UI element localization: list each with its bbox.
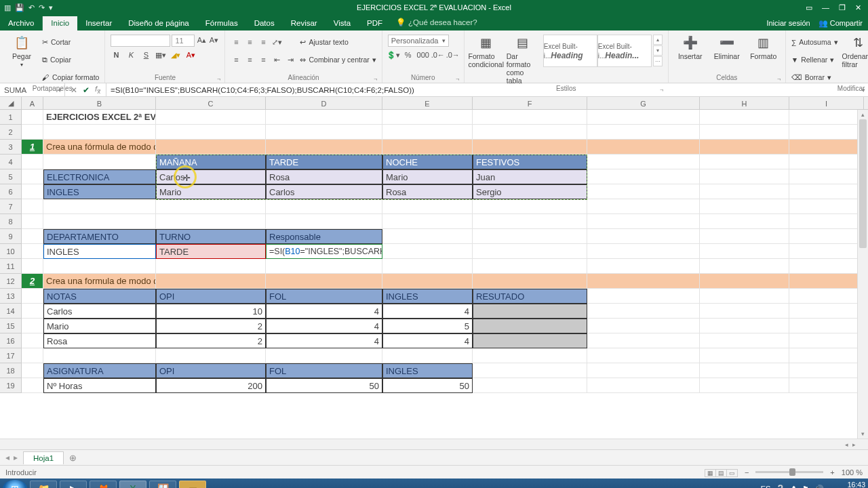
cell[interactable]: 4 <box>382 333 473 348</box>
tray-flag-icon[interactable]: ⚑ <box>802 485 809 489</box>
merge-center-button[interactable]: ⇔Combinar y centrar ▾ <box>300 52 376 67</box>
cell[interactable] <box>156 259 266 274</box>
col-header[interactable]: H <box>700 97 789 110</box>
start-button[interactable]: ⊞ <box>3 480 27 488</box>
qat-dropdown-icon[interactable]: ▾ <box>49 3 53 12</box>
spreadsheet-grid[interactable]: ◢ A B C D E F G H I 1EJERCICIOS EXCEL 2ª… <box>0 97 868 439</box>
cell[interactable] <box>700 244 789 259</box>
cell[interactable] <box>473 333 587 348</box>
close-icon[interactable]: ✕ <box>855 3 861 12</box>
cell[interactable] <box>43 348 156 363</box>
cell[interactable]: INGLES <box>382 363 473 378</box>
cell[interactable] <box>156 199 266 214</box>
taskbar-app1[interactable]: 🪟 <box>149 481 176 488</box>
row-header[interactable]: 17 <box>0 348 22 363</box>
cell[interactable] <box>700 259 789 274</box>
cell[interactable] <box>789 289 864 304</box>
tell-me[interactable]: 💡¿Qué desea hacer? <box>391 15 483 30</box>
cell[interactable] <box>700 304 789 319</box>
cell[interactable] <box>382 348 473 363</box>
vertical-scrollbar[interactable]: ▴ ▾ <box>857 110 868 439</box>
cell[interactable] <box>587 169 700 184</box>
grow-font-icon[interactable]: A▴ <box>196 35 207 45</box>
row-header[interactable]: 3 <box>0 140 22 155</box>
cell[interactable]: OPI <box>156 289 266 304</box>
cell[interactable] <box>473 214 587 229</box>
indent-inc-icon[interactable]: ⇥ <box>285 54 296 65</box>
cell[interactable]: MAÑANA <box>156 155 266 169</box>
cell[interactable] <box>789 214 864 229</box>
cell[interactable] <box>587 155 700 169</box>
align-left-icon[interactable]: ≡ <box>231 54 241 65</box>
expand-fx-icon[interactable]: ▾ <box>862 87 865 94</box>
shrink-font-icon[interactable]: A▾ <box>208 35 219 45</box>
row-header[interactable]: 4 <box>0 155 22 169</box>
scroll-left-icon[interactable]: ◂ <box>845 441 848 448</box>
col-header[interactable]: D <box>266 97 382 110</box>
select-all-corner[interactable]: ◢ <box>0 97 22 110</box>
cell[interactable] <box>700 229 789 244</box>
save-icon[interactable]: 💾 <box>15 3 24 12</box>
format-painter-button[interactable]: 🖌Copiar formato <box>42 70 99 85</box>
tab-review[interactable]: Revisar <box>283 16 326 30</box>
copy-button[interactable]: ⧉Copiar <box>42 52 99 67</box>
col-header[interactable]: G <box>587 97 700 110</box>
cell[interactable] <box>700 319 789 333</box>
cell[interactable] <box>789 378 864 393</box>
percent-icon[interactable]: % <box>403 49 414 60</box>
tray-lang[interactable]: ES <box>761 485 771 488</box>
cell[interactable] <box>22 155 43 169</box>
sheet-tab[interactable]: Hoja1 <box>23 451 64 464</box>
cell[interactable] <box>22 259 43 274</box>
underline-button[interactable]: S <box>140 49 151 60</box>
cut-button[interactable]: ✂Cortar <box>42 35 99 49</box>
insert-cells-button[interactable]: ➕Insertar <box>674 35 707 60</box>
inc-decimal-icon[interactable]: .0← <box>433 49 443 60</box>
bold-button[interactable]: N <box>111 49 121 60</box>
cell[interactable] <box>43 259 156 274</box>
cell[interactable]: FESTIVOS <box>473 155 587 169</box>
cell[interactable] <box>156 214 266 229</box>
cell[interactable] <box>156 274 266 289</box>
cell[interactable] <box>382 125 473 140</box>
cell[interactable]: 2 <box>22 274 43 289</box>
cell[interactable] <box>789 333 864 348</box>
taskbar-explorer[interactable]: 📁 <box>30 481 57 488</box>
cell[interactable] <box>156 348 266 363</box>
tab-pdf[interactable]: PDF <box>359 16 391 30</box>
cell[interactable]: Responsable <box>266 229 382 244</box>
number-format-select[interactable]: Personalizada▾ <box>388 35 449 47</box>
cell[interactable] <box>700 155 789 169</box>
add-sheet-button[interactable]: ⊕ <box>64 453 82 463</box>
row-header[interactable]: 9 <box>0 229 22 244</box>
align-mid-icon[interactable]: ≡ <box>244 37 255 47</box>
cell[interactable] <box>266 125 382 140</box>
cell[interactable] <box>700 214 789 229</box>
cell[interactable] <box>789 229 864 244</box>
cell[interactable]: RESUTADO <box>473 289 587 304</box>
cell[interactable] <box>22 304 43 319</box>
cell[interactable]: 50 <box>382 378 473 393</box>
cell[interactable] <box>789 363 864 378</box>
cell[interactable] <box>700 363 789 378</box>
cell[interactable]: FOL <box>266 289 382 304</box>
row-header[interactable]: 13 <box>0 289 22 304</box>
cell[interactable] <box>789 199 864 214</box>
sheet-prev-icon[interactable]: ◂ <box>5 453 9 462</box>
cell[interactable] <box>789 244 864 259</box>
cell[interactable] <box>22 348 43 363</box>
cell[interactable] <box>266 140 382 155</box>
cell[interactable] <box>382 244 473 259</box>
cell[interactable]: 4 <box>382 304 473 319</box>
cell[interactable]: Rosa <box>382 184 473 199</box>
sheet-next-icon[interactable]: ▸ <box>14 453 18 462</box>
scroll-up-icon[interactable]: ▴ <box>858 111 868 118</box>
row-header[interactable]: 2 <box>0 125 22 140</box>
cell[interactable] <box>587 289 700 304</box>
tray-speaker-icon[interactable]: 🔊 <box>814 485 824 489</box>
cell[interactable] <box>789 274 864 289</box>
cell[interactable]: Nº Horas <box>43 378 156 393</box>
cell[interactable]: 4 <box>266 304 382 319</box>
cell[interactable] <box>382 229 473 244</box>
cell[interactable] <box>587 110 700 125</box>
